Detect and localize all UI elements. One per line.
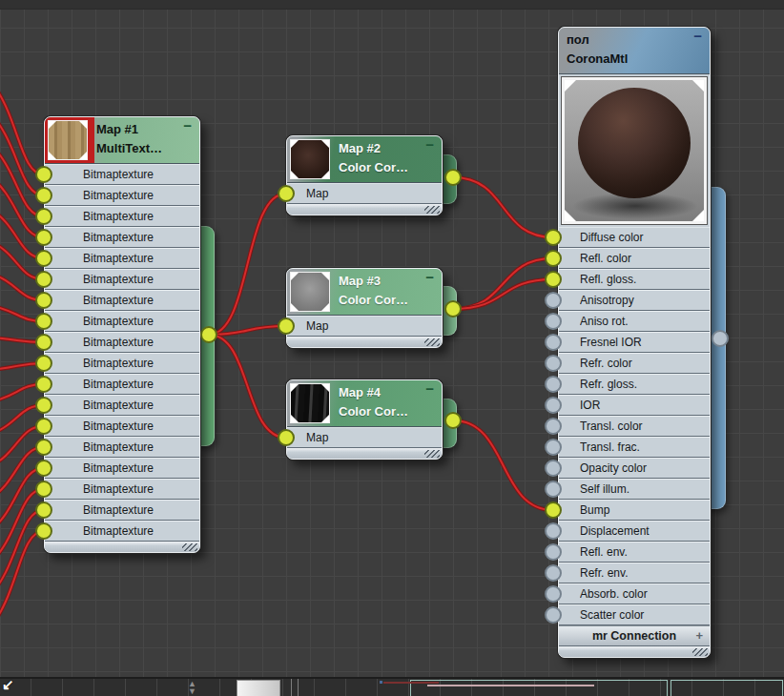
slot-row[interactable]: Diffuse color — [559, 227, 710, 248]
input-socket[interactable] — [35, 292, 52, 309]
track-bar[interactable]: ↙ ▲ ▼ — [0, 677, 784, 696]
output-socket[interactable] — [712, 330, 729, 347]
input-socket[interactable] — [545, 313, 562, 330]
input-socket[interactable] — [35, 187, 52, 204]
texture-thumbnail[interactable] — [291, 140, 329, 178]
slot-row[interactable]: Bitmaptexture — [45, 374, 199, 395]
resize-grip-icon[interactable] — [692, 648, 708, 656]
slot-row[interactable]: Bitmaptexture — [45, 227, 199, 248]
slot-row[interactable]: Scatter color — [559, 604, 710, 625]
mr-connection-rollout[interactable]: mr Connection + — [559, 625, 710, 646]
input-socket[interactable] — [35, 418, 52, 435]
node-graph-canvas[interactable]: Map #1 MultiText… − BitmaptextureBitmapt… — [0, 0, 784, 696]
minimize-icon[interactable]: − — [425, 136, 434, 153]
slot-row[interactable]: Refl. env. — [559, 542, 710, 563]
texture-thumbnail[interactable] — [291, 384, 329, 422]
output-socket[interactable] — [200, 326, 217, 343]
wire[interactable] — [0, 468, 44, 532]
input-socket[interactable] — [35, 229, 52, 246]
slot-row[interactable]: Refl. gloss. — [559, 269, 710, 290]
node-map1[interactable]: Map #1 MultiText… − BitmaptextureBitmapt… — [44, 116, 200, 553]
input-socket[interactable] — [545, 502, 562, 519]
slot-row[interactable]: Bitmaptexture — [45, 248, 199, 269]
slot-row[interactable]: Bitmaptexture — [45, 185, 199, 206]
slot-row[interactable]: Bitmaptexture — [45, 521, 199, 542]
slot-row[interactable]: Transl. color — [559, 416, 710, 437]
input-socket[interactable] — [545, 229, 562, 246]
output-socket[interactable] — [444, 169, 462, 186]
input-socket[interactable] — [278, 185, 295, 202]
resize-grip-icon[interactable] — [424, 206, 440, 214]
input-socket[interactable] — [35, 522, 52, 540]
input-socket[interactable] — [545, 355, 562, 372]
wire[interactable] — [0, 79, 44, 174]
resize-grip-icon[interactable] — [424, 450, 440, 458]
input-socket[interactable] — [35, 334, 52, 351]
slot-row[interactable]: Bitmaptexture — [45, 458, 199, 479]
wire[interactable] — [0, 79, 44, 174]
input-socket[interactable] — [35, 355, 52, 372]
input-socket[interactable] — [545, 460, 562, 477]
slot-row[interactable]: Map — [287, 316, 442, 337]
wire[interactable] — [453, 420, 553, 510]
input-socket[interactable] — [545, 418, 562, 435]
input-socket[interactable] — [35, 166, 52, 183]
input-socket[interactable] — [545, 439, 562, 456]
slot-row[interactable]: Map — [287, 427, 442, 448]
input-socket[interactable] — [545, 334, 562, 351]
input-socket[interactable] — [35, 208, 52, 225]
slot-row[interactable]: Map — [287, 183, 442, 204]
node-map3[interactable]: Map #3 Color Cor… − Map — [286, 268, 443, 348]
input-socket[interactable] — [278, 317, 295, 335]
input-socket[interactable] — [35, 271, 52, 288]
slot-row[interactable]: Bitmaptexture — [45, 416, 199, 437]
wire[interactable] — [0, 468, 44, 532]
slot-row[interactable]: Bitmaptexture — [45, 269, 199, 290]
slot-row[interactable]: Transl. frac. — [559, 437, 710, 458]
slot-row[interactable]: Refr. color — [559, 353, 710, 374]
slot-row[interactable]: Bitmaptexture — [45, 479, 199, 500]
input-socket[interactable] — [545, 271, 562, 288]
input-socket[interactable] — [545, 606, 562, 624]
wire[interactable] — [209, 194, 286, 335]
input-socket[interactable] — [35, 481, 52, 498]
scroll-down-icon[interactable]: ▼ — [188, 687, 196, 695]
input-socket[interactable] — [35, 439, 52, 456]
slot-row[interactable]: Refr. env. — [559, 563, 710, 583]
input-socket[interactable] — [545, 564, 562, 582]
slot-row[interactable]: Fresnel IOR — [559, 332, 710, 353]
input-socket[interactable] — [35, 397, 52, 414]
input-socket[interactable] — [545, 585, 562, 603]
output-socket[interactable] — [444, 300, 462, 317]
slot-row[interactable]: Absorb. color — [559, 583, 710, 604]
slot-row[interactable]: Bitmaptexture — [45, 164, 199, 185]
plus-icon[interactable]: + — [695, 628, 703, 643]
input-socket[interactable] — [35, 313, 52, 330]
input-socket[interactable] — [35, 376, 52, 393]
node-map3-header[interactable]: Map #3 Color Cor… − — [287, 269, 442, 316]
input-socket[interactable] — [35, 250, 52, 267]
node-map1-header[interactable]: Map #1 MultiText… − — [45, 117, 199, 164]
slot-row[interactable]: Bump — [559, 500, 710, 521]
input-socket[interactable] — [278, 429, 295, 446]
wire[interactable] — [0, 531, 44, 629]
input-socket[interactable] — [545, 522, 562, 540]
slot-row[interactable]: Bitmaptexture — [45, 353, 199, 374]
slot-row[interactable]: Displacement — [559, 521, 710, 542]
wire[interactable] — [209, 335, 286, 438]
wire[interactable] — [0, 175, 44, 237]
input-socket[interactable] — [35, 460, 52, 477]
slot-row[interactable]: Bitmaptexture — [45, 206, 199, 227]
node-corona-mtl[interactable]: пол CoronaMtl − Diffuse colorRefl. color… — [558, 27, 711, 658]
input-socket[interactable] — [545, 397, 562, 414]
resize-grip-icon[interactable] — [182, 543, 197, 551]
resize-grip-icon[interactable] — [424, 338, 440, 346]
input-socket[interactable] — [35, 502, 52, 519]
slot-row[interactable]: Bitmaptexture — [45, 437, 199, 458]
wire[interactable] — [453, 258, 553, 309]
output-socket[interactable] — [444, 412, 462, 429]
input-socket[interactable] — [545, 376, 562, 393]
minimize-icon[interactable]: − — [693, 28, 702, 44]
slot-row[interactable]: Refr. gloss. — [559, 374, 710, 395]
node-corona-header[interactable]: пол CoronaMtl − — [559, 28, 710, 74]
